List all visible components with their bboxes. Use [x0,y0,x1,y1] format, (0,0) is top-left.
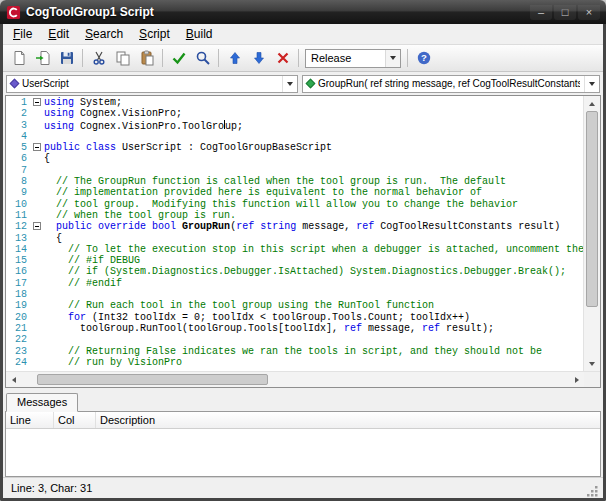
fold-margin[interactable] [30,97,44,108]
code-line[interactable]: 17 // #endif [6,278,583,289]
scroll-up-icon[interactable] [584,96,600,111]
code-line[interactable]: 24 // run by VisionPro [6,357,583,368]
column-header-col[interactable]: Col [54,412,96,428]
maximize-button[interactable]: □ [554,5,576,20]
horizontal-scrollbar-track[interactable] [21,372,569,387]
menu-item-file[interactable]: File [5,25,40,43]
move-up-icon[interactable] [223,47,246,69]
line-number: 2 [6,108,30,119]
fold-margin [30,300,44,311]
fold-margin [30,244,44,255]
script-editor-window: CogToolGroup1 Script – □ × FileEditSearc… [0,0,606,501]
scroll-left-icon[interactable] [6,372,21,387]
find-icon[interactable] [191,47,214,69]
move-down-icon[interactable] [247,47,270,69]
class-combo-value: UserScript [22,78,278,89]
scroll-down-icon[interactable] [584,356,600,371]
messages-list-body[interactable] [6,429,600,476]
messages-list: Line Col Description [5,411,601,477]
configuration-combo[interactable]: Release [305,49,401,68]
fold-collapse-icon[interactable] [33,143,41,151]
fold-margin[interactable] [30,221,44,232]
column-header-description[interactable]: Description [96,412,600,428]
code-line[interactable]: 1using System; [6,97,583,108]
toolbar-separator [218,49,219,67]
code-line[interactable]: 16 // if (System.Diagnostics.Debugger.Is… [6,266,583,277]
paste-icon[interactable] [135,47,158,69]
line-number: 24 [6,357,30,368]
scroll-right-icon[interactable] [569,372,584,387]
code-line[interactable]: 23 // Returning False indicates we ran t… [6,346,583,357]
code-line[interactable]: 7 [6,165,583,176]
toolbar-separator [298,49,299,67]
code-line[interactable]: 3using Cognex.VisionPro.ToolGroup; [6,120,583,131]
chevron-down-icon[interactable] [385,50,400,67]
code-line[interactable]: 10 // tool group. Modifying this functio… [6,199,583,210]
member-combo-value: GroupRun( ref string message, ref CogToo… [318,78,580,89]
menu-item-script[interactable]: Script [131,25,178,43]
code-line[interactable]: 5public class UserScript : CogToolGroupB… [6,142,583,153]
member-combo[interactable]: GroupRun( ref string message, ref CogToo… [302,75,600,93]
line-number: 16 [6,266,30,277]
cut-icon[interactable] [87,47,110,69]
fold-margin [30,165,44,176]
code-line[interactable]: 8 // The GroupRun function is called whe… [6,176,583,187]
resize-grip-icon[interactable] [586,485,599,498]
code-line[interactable]: 15 // #if DEBUG [6,255,583,266]
menu-item-edit[interactable]: Edit [40,25,77,43]
code-area[interactable]: 1using System;2using Cognex.VisionPro;3u… [6,96,583,371]
horizontal-scrollbar[interactable] [6,371,600,387]
line-number: 5 [6,142,30,153]
code-line[interactable]: 18 [6,289,583,300]
close-button[interactable]: × [578,5,600,20]
line-number: 18 [6,289,30,300]
code-line[interactable]: 14 // To let the execution stop in this … [6,244,583,255]
fold-margin [30,187,44,198]
title-bar[interactable]: CogToolGroup1 Script – □ × [0,0,606,24]
delete-icon[interactable] [271,47,294,69]
fold-margin [30,210,44,221]
line-number: 4 [6,131,30,142]
vertical-scrollbar[interactable] [583,96,600,371]
help-icon[interactable]: ? [412,47,435,69]
fold-margin [30,266,44,277]
fold-collapse-icon[interactable] [33,98,41,106]
code-line[interactable]: 19 // Run each tool in the tool group us… [6,300,583,311]
code-line[interactable]: 12 public override bool GroupRun(ref str… [6,221,583,232]
code-line[interactable]: 22 [6,334,583,345]
fold-margin[interactable] [30,142,44,153]
column-header-line[interactable]: Line [6,412,54,428]
toolbar: Release? [3,45,603,72]
vertical-scrollbar-track[interactable] [584,111,600,356]
import-script-icon[interactable] [31,47,54,69]
code-line[interactable]: 11 // when the tool group is run. [6,210,583,221]
check-script-icon[interactable] [167,47,190,69]
chevron-down-icon[interactable] [282,76,297,92]
code-line[interactable]: 6{ [6,153,583,164]
code-line[interactable]: 13 { [6,233,583,244]
code-line[interactable]: 4 [6,131,583,142]
code-line[interactable]: 21 toolGroup.RunTool(toolGroup.Tools[too… [6,323,583,334]
code-line[interactable]: 9 // implementation provided here is equ… [6,187,583,198]
class-icon [10,79,20,89]
fold-margin [30,289,44,300]
fold-collapse-icon[interactable] [33,222,41,230]
class-combo[interactable]: UserScript [6,75,298,93]
tab-messages[interactable]: Messages [6,393,78,412]
fold-margin [30,334,44,345]
code-line[interactable]: 20 for (Int32 toolIdx = 0; toolIdx < too… [6,312,583,323]
menu-item-build[interactable]: Build [178,25,221,43]
line-number: 6 [6,153,30,164]
horizontal-scrollbar-thumb[interactable] [37,374,267,385]
code-line[interactable]: 2using Cognex.VisionPro; [6,108,583,119]
chevron-down-icon[interactable] [584,76,599,92]
minimize-button[interactable]: – [530,5,552,20]
save-icon[interactable] [55,47,78,69]
copy-icon[interactable] [111,47,134,69]
new-script-icon[interactable] [7,47,30,69]
vertical-scrollbar-thumb[interactable] [586,111,598,307]
messages-tabstrip: Messages [3,392,603,411]
fold-margin [30,323,44,334]
menu-item-search[interactable]: Search [77,25,131,43]
menu-bar: FileEditSearchScriptBuild [3,24,603,45]
